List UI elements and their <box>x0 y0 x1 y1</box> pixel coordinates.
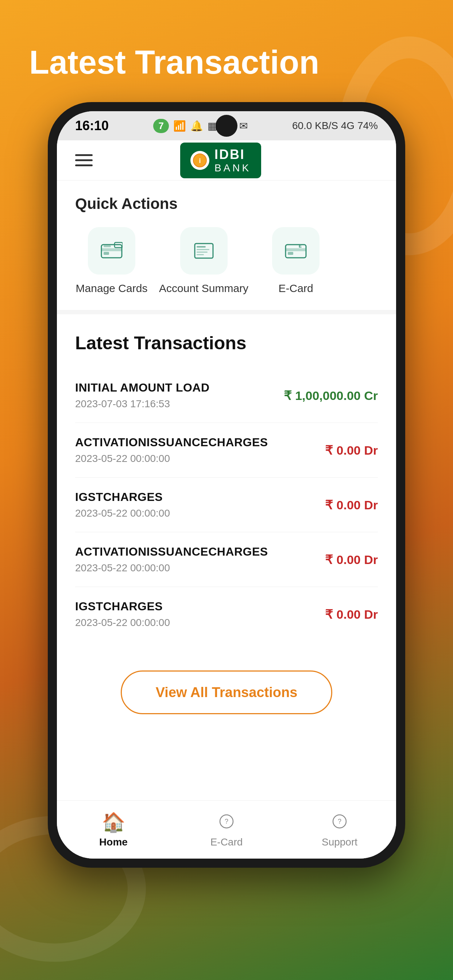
home-label: Home <box>99 836 128 848</box>
transaction-amount: ₹ 0.00 Dr <box>325 498 378 512</box>
transaction-amount: ₹ 0.00 Dr <box>325 552 378 567</box>
quick-action-account-summary[interactable]: Account Summary <box>159 227 248 295</box>
svg-rect-4 <box>104 252 109 255</box>
transaction-item: IGSTCHARGES2023-05-22 00:00:00₹ 0.00 Dr <box>75 477 378 532</box>
ecard-nav-icon: ? <box>219 811 234 834</box>
transaction-item: INITIAL AMOUNT LOAD2023-07-03 17:16:53₹ … <box>75 368 378 423</box>
account-summary-label: Account Summary <box>159 281 248 295</box>
transactions-list: INITIAL AMOUNT LOAD2023-07-03 17:16:53₹ … <box>75 368 378 641</box>
transaction-name: IGSTCHARGES <box>75 490 170 504</box>
manage-cards-icon-box <box>88 227 135 275</box>
transaction-name: INITIAL AMOUNT LOAD <box>75 381 210 395</box>
svg-rect-8 <box>196 246 206 248</box>
transaction-date: 2023-05-22 00:00:00 <box>75 617 170 628</box>
svg-rect-3 <box>101 248 122 251</box>
svg-text:?: ? <box>225 818 228 825</box>
svg-rect-9 <box>196 249 209 250</box>
wifi-icon: 📶 <box>173 120 186 132</box>
svg-text:?: ? <box>338 818 341 825</box>
transaction-date: 2023-07-03 17:16:53 <box>75 398 210 410</box>
main-content: Quick Actions Manage Cards <box>57 180 396 800</box>
notification-badge: 7 <box>153 119 169 133</box>
svg-rect-14 <box>288 252 293 255</box>
transaction-item: ACTIVATIONISSUANCECHARGES2023-05-22 00:0… <box>75 423 378 477</box>
support-nav-icon: ? <box>332 811 347 834</box>
hamburger-line-1 <box>75 154 93 156</box>
transaction-date: 2023-05-22 00:00:00 <box>75 453 268 465</box>
transaction-amount: ₹ 0.00 Dr <box>325 607 378 622</box>
manage-cards-label: Manage Cards <box>76 281 148 295</box>
transaction-item: IGSTCHARGES2023-05-22 00:00:00₹ 0.00 Dr <box>75 587 378 641</box>
svg-text:i: i <box>199 157 201 164</box>
transaction-amount: ₹ 1,00,000.00 Cr <box>284 388 378 403</box>
svg-rect-5 <box>104 245 111 247</box>
hamburger-menu[interactable] <box>75 154 93 166</box>
data-speed: 60.0 KB/S 4G 74% <box>292 120 378 132</box>
phone-screen: 16:10 7 📶 🔔 ▦ VI ✉ 60.0 KB/S 4G 74% <box>57 111 396 859</box>
transactions-section: Latest Transactions INITIAL AMOUNT LOAD2… <box>57 314 396 652</box>
bottom-nav-support[interactable]: ? Support <box>303 811 376 848</box>
camera-notch <box>215 115 238 137</box>
ecard-icon-box: E <box>272 227 319 275</box>
bottom-nav: 🏠 Home ? E-Card ? <box>57 800 396 859</box>
bottom-nav-home[interactable]: 🏠 Home <box>77 811 150 848</box>
hamburger-line-2 <box>75 159 93 161</box>
transaction-amount: ₹ 0.00 Dr <box>325 443 378 458</box>
logo-text-group: IDBI BANK <box>214 147 251 174</box>
quick-actions-grid: Manage Cards Account Sum <box>75 227 378 295</box>
view-all-transactions-button[interactable]: View All Transactions <box>121 670 332 714</box>
logo-icon: i <box>190 151 209 170</box>
page-title: Latest Transaction <box>29 44 319 81</box>
phone-frame: 16:10 7 📶 🔔 ▦ VI ✉ 60.0 KB/S 4G 74% <box>48 102 405 868</box>
support-nav-label: Support <box>322 836 357 848</box>
bank-logo: i IDBI BANK <box>180 143 261 178</box>
transaction-date: 2023-05-22 00:00:00 <box>75 508 170 519</box>
transaction-item: ACTIVATIONISSUANCECHARGES2023-05-22 00:0… <box>75 532 378 587</box>
transaction-date: 2023-05-22 00:00:00 <box>75 562 268 574</box>
view-all-section: View All Transactions <box>57 652 396 732</box>
nav-bar: i IDBI BANK <box>57 140 396 180</box>
transaction-name: IGSTCHARGES <box>75 600 170 613</box>
transactions-title: Latest Transactions <box>75 332 378 354</box>
svg-rect-13 <box>286 248 306 251</box>
ecard-nav-label: E-Card <box>211 836 243 848</box>
svg-rect-10 <box>196 251 207 253</box>
status-time: 16:10 <box>75 118 109 134</box>
logo-name: IDBI <box>214 147 251 162</box>
status-right: 60.0 KB/S 4G 74% <box>292 120 378 132</box>
transaction-name: ACTIVATIONISSUANCECHARGES <box>75 436 268 449</box>
hamburger-line-3 <box>75 164 93 166</box>
quick-action-manage-cards[interactable]: Manage Cards <box>75 227 148 295</box>
svg-rect-7 <box>195 243 213 258</box>
home-icon: 🏠 <box>102 811 126 834</box>
ecard-label: E-Card <box>279 281 313 295</box>
account-summary-icon-box <box>180 227 228 275</box>
msg-icon: ✉ <box>239 120 248 132</box>
svg-rect-11 <box>196 254 204 255</box>
bottom-nav-ecard[interactable]: ? E-Card <box>190 811 263 848</box>
svg-text:E: E <box>299 243 301 249</box>
quick-action-ecard[interactable]: E E-Card <box>259 227 332 295</box>
quick-actions-title: Quick Actions <box>75 195 378 213</box>
quick-actions-section: Quick Actions Manage Cards <box>57 180 396 314</box>
transaction-name: ACTIVATIONISSUANCECHARGES <box>75 545 268 558</box>
notification-icon: 🔔 <box>190 120 203 132</box>
logo-bank: BANK <box>214 162 251 174</box>
